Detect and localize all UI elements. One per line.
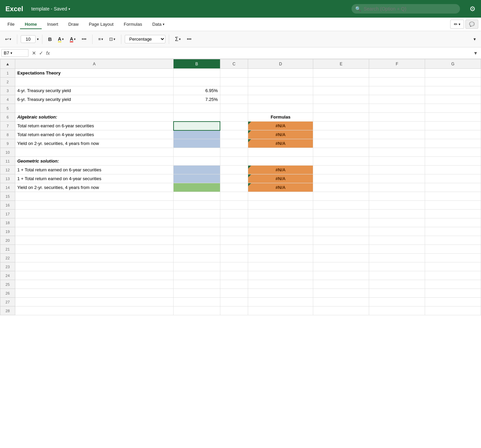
cell-e10[interactable] — [313, 148, 369, 157]
menu-item-home[interactable]: Home — [20, 20, 42, 29]
cell-f11[interactable] — [369, 157, 425, 166]
cell-c2[interactable] — [220, 78, 248, 86]
cell-b13[interactable] — [174, 174, 220, 183]
confirm-icon[interactable]: ✓ — [39, 50, 43, 56]
cell-g6[interactable] — [425, 113, 481, 122]
cell-g4[interactable] — [425, 95, 481, 104]
cell-f1[interactable] — [369, 69, 425, 78]
cell-c10[interactable] — [220, 148, 248, 157]
cell-f10[interactable] — [369, 148, 425, 157]
cell-g12[interactable] — [425, 166, 481, 174]
col-header-a[interactable]: A — [15, 59, 173, 69]
cell-reference-box[interactable]: B7 ▾ — [1, 49, 28, 57]
cell-g10[interactable] — [425, 148, 481, 157]
cell-a6[interactable]: Algebraic solution: — [15, 113, 173, 122]
fx-icon[interactable]: fx — [46, 50, 50, 56]
highlight-button[interactable]: A ▾ — [56, 35, 66, 44]
cell-f14[interactable] — [369, 183, 425, 192]
formula-expand-button[interactable]: ▾ — [472, 50, 480, 56]
cell-c5[interactable] — [220, 104, 248, 113]
cell-d9[interactable]: #N/A — [248, 139, 313, 148]
cell-e6[interactable] — [313, 113, 369, 122]
cell-d2[interactable] — [248, 78, 313, 86]
cell-d10[interactable] — [248, 148, 313, 157]
col-header-f[interactable]: F — [369, 59, 425, 69]
cell-d11[interactable] — [248, 157, 313, 166]
font-size-chevron[interactable]: ▾ — [37, 37, 39, 41]
cell-e9[interactable] — [313, 139, 369, 148]
cell-d5[interactable] — [248, 104, 313, 113]
file-title-chevron[interactable]: ▾ — [68, 7, 70, 11]
menu-item-pagelayout[interactable]: Page Layout — [84, 20, 118, 29]
col-header-d[interactable]: D — [248, 59, 313, 69]
col-header-g[interactable]: G — [425, 59, 481, 69]
cell-a11[interactable]: Geometric solution: — [15, 157, 173, 166]
cell-e3[interactable] — [313, 86, 369, 95]
cell-e2[interactable] — [313, 78, 369, 86]
cell-b12[interactable] — [174, 166, 220, 174]
cell-d12[interactable]: #N/A — [248, 166, 313, 174]
cell-c14[interactable] — [220, 183, 248, 192]
cell-a3[interactable]: 4-yr. Treasury security yield — [15, 86, 173, 95]
wrap-button[interactable]: ⊡ ▾ — [107, 35, 118, 43]
cell-e4[interactable] — [313, 95, 369, 104]
cell-e5[interactable] — [313, 104, 369, 113]
cell-a10[interactable] — [15, 148, 173, 157]
cell-g1[interactable] — [425, 69, 481, 78]
cell-f12[interactable] — [369, 166, 425, 174]
cell-c12[interactable] — [220, 166, 248, 174]
cell-ref-chevron[interactable]: ▾ — [11, 51, 12, 55]
cell-d8[interactable]: #N/A — [248, 130, 313, 139]
cell-b9[interactable] — [174, 139, 220, 148]
cell-e12[interactable] — [313, 166, 369, 174]
cell-a2[interactable] — [15, 78, 173, 86]
menu-item-data[interactable]: Data▾ — [147, 20, 169, 29]
cell-f13[interactable] — [369, 174, 425, 183]
cell-a9[interactable]: Yield on 2-yr. securities, 4 years from … — [15, 139, 173, 148]
cell-f8[interactable] — [369, 130, 425, 139]
corner-header[interactable]: ▲ — [0, 59, 15, 69]
cell-c8[interactable] — [220, 130, 248, 139]
cell-b11[interactable] — [174, 157, 220, 166]
cell-e7[interactable] — [313, 122, 369, 130]
cell-d1[interactable] — [248, 69, 313, 78]
cell-b1[interactable] — [174, 69, 220, 78]
cell-g8[interactable] — [425, 130, 481, 139]
cell-d4[interactable] — [248, 95, 313, 104]
cell-g9[interactable] — [425, 139, 481, 148]
cell-b14[interactable] — [174, 183, 220, 192]
cell-g7[interactable] — [425, 122, 481, 130]
undo-button[interactable]: ↩ ▾ — [3, 35, 14, 43]
cell-b4[interactable]: 7.25% — [174, 95, 220, 104]
cell-g14[interactable] — [425, 183, 481, 192]
format-dropdown[interactable]: Percentage General Number Currency — [125, 35, 165, 43]
font-color-button[interactable]: A ▾ — [67, 35, 78, 44]
cell-f6[interactable] — [369, 113, 425, 122]
cell-c7[interactable] — [220, 122, 248, 130]
menu-item-file[interactable]: File — [3, 20, 19, 29]
cell-d13[interactable]: #N/A — [248, 174, 313, 183]
cell-f2[interactable] — [369, 78, 425, 86]
cell-f4[interactable] — [369, 95, 425, 104]
cell-a4[interactable]: 6-yr. Treasury security yield — [15, 95, 173, 104]
cell-g5[interactable] — [425, 104, 481, 113]
cell-g11[interactable] — [425, 157, 481, 166]
cell-b7[interactable] — [174, 122, 220, 130]
cell-d6[interactable]: Formulas — [248, 113, 313, 122]
cell-b6[interactable] — [174, 113, 220, 122]
cell-b10[interactable] — [174, 148, 220, 157]
cell-b8[interactable] — [174, 130, 220, 139]
ribbon-expand-button[interactable]: ▾ — [471, 35, 478, 43]
edit-button[interactable]: ✏▾ — [450, 20, 464, 29]
sum-button[interactable]: Σ ▾ — [173, 35, 183, 44]
cell-c11[interactable] — [220, 157, 248, 166]
cell-f7[interactable] — [369, 122, 425, 130]
align-button[interactable]: ≡ ▾ — [96, 35, 106, 43]
menu-item-insert[interactable]: Insert — [42, 20, 63, 29]
more-ribbon-button[interactable]: ••• — [184, 35, 194, 43]
cell-f3[interactable] — [369, 86, 425, 95]
menu-item-draw[interactable]: Draw — [64, 20, 83, 29]
cell-e11[interactable] — [313, 157, 369, 166]
cell-e14[interactable] — [313, 183, 369, 192]
cell-c6[interactable] — [220, 113, 248, 122]
